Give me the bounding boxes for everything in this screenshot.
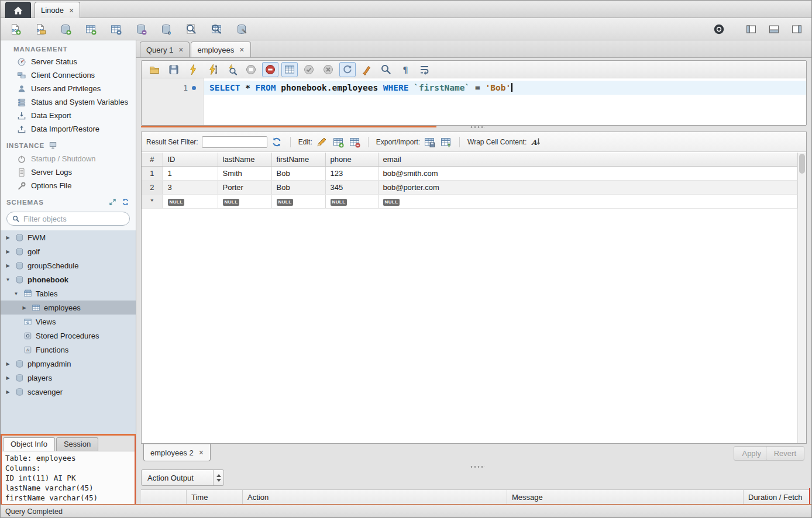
editor-tab-query-1[interactable]: Query 1× — [140, 42, 190, 57]
insert-row-icon[interactable] — [332, 136, 344, 148]
tree-arrow-icon[interactable]: ▼ — [4, 277, 12, 282]
sidebar-item-startup-shutdown[interactable]: Startup / Shutdown — [1, 152, 136, 165]
invisibles-button[interactable]: ¶ — [397, 62, 414, 77]
save-button[interactable] — [166, 62, 182, 77]
commit-button[interactable] — [301, 62, 317, 77]
table-cell[interactable]: bob@porter.com — [378, 180, 797, 194]
stepper-icon[interactable] — [213, 470, 223, 485]
close-icon[interactable]: × — [199, 448, 204, 457]
column-header-phone[interactable]: phone — [325, 153, 378, 166]
connection-tab[interactable]: Linode × — [35, 2, 80, 18]
tree-arrow-icon[interactable]: ▶ — [4, 235, 12, 240]
table-cell[interactable]: 1 — [163, 166, 218, 180]
open-sql-script-button[interactable]: SQL — [32, 20, 49, 38]
refresh-icon[interactable] — [271, 136, 283, 148]
stop-button[interactable] — [243, 62, 259, 77]
table-cell[interactable]: Porter — [218, 180, 271, 194]
editor-results-splitter[interactable] — [141, 126, 436, 127]
table-cell[interactable]: NULL — [325, 194, 378, 208]
tree-arrow-icon[interactable]: ▼ — [12, 291, 20, 296]
rollback-button[interactable] — [320, 62, 336, 77]
table-cell[interactable]: 123 — [325, 166, 378, 180]
stop-on-error-button[interactable] — [262, 62, 278, 77]
toggle-sidebar-button[interactable] — [742, 20, 760, 38]
tree-arrow-icon[interactable]: ▶ — [4, 375, 12, 381]
tree-item-groupschedule[interactable]: ▶groupSchedule — [1, 258, 136, 272]
sidebar-item-client-connections[interactable]: Client Connections — [1, 68, 136, 82]
tree-item-players[interactable]: ▶players — [1, 371, 136, 385]
tree-item-fwm[interactable]: ▶FWM — [1, 230, 136, 244]
column-header-rownum[interactable]: # — [142, 153, 163, 166]
create-schema-button[interactable] — [57, 20, 74, 38]
home-tab[interactable] — [5, 2, 31, 18]
table-cell[interactable]: NULL — [271, 194, 325, 208]
tree-arrow-icon[interactable]: ▶ — [4, 361, 12, 367]
find-button[interactable] — [378, 62, 394, 77]
search-data-button[interactable] — [183, 20, 200, 38]
tree-item-phonebook[interactable]: ▼phonebook — [1, 272, 136, 286]
create-view-button[interactable] — [107, 20, 125, 38]
notification-button[interactable] — [710, 20, 728, 38]
tree-item-scavenger[interactable]: ▶scavenger — [1, 385, 136, 399]
column-header-lastname[interactable]: lastName — [218, 153, 271, 166]
refresh-schemas-icon[interactable] — [121, 198, 130, 206]
results-scrollbar[interactable] — [797, 153, 806, 443]
sql-code[interactable]: SELECT * FROM phonebook.employees WHERE … — [204, 81, 512, 95]
create-table-button[interactable] — [82, 20, 99, 38]
table-cell[interactable]: Smith — [218, 166, 271, 180]
results-grid[interactable]: #IDlastNamefirstNamephoneemail11SmithBob… — [142, 153, 797, 443]
wrap-text-button[interactable] — [417, 62, 433, 77]
tree-arrow-icon[interactable]: ▶ — [4, 263, 12, 268]
table-cell[interactable]: Bob — [271, 180, 325, 194]
table-cell[interactable]: Bob — [271, 166, 325, 180]
import-records-icon[interactable] — [440, 136, 452, 148]
apply-button[interactable]: Apply — [734, 446, 769, 461]
tree-item-stored-procedures[interactable]: Stored Procedures — [1, 329, 136, 343]
sidebar-item-data-import-restore[interactable]: Data Import/Restore — [1, 122, 136, 136]
execute-current-button[interactable] — [204, 62, 221, 77]
sidebar-item-users-and-privileges[interactable]: Users and Privileges — [1, 82, 136, 95]
export-recordset-icon[interactable] — [424, 136, 435, 148]
table-row[interactable]: *NULLNULLNULLNULLNULL — [142, 194, 797, 208]
execute-button[interactable] — [185, 62, 201, 77]
expand-schemas-icon[interactable] — [108, 198, 117, 206]
table-cell[interactable]: NULL — [163, 194, 218, 208]
sidebar-item-server-status[interactable]: Server Status — [1, 55, 136, 68]
database-admin-button[interactable] — [233, 20, 250, 38]
tree-arrow-icon[interactable]: ▶ — [4, 389, 12, 395]
splitter-handle[interactable] — [470, 465, 485, 468]
table-cell[interactable]: bob@smith.com — [378, 166, 797, 180]
explain-button[interactable] — [223, 62, 240, 77]
splitter-handle[interactable] — [470, 126, 485, 129]
new-sql-tab-button[interactable]: SQL — [6, 20, 24, 38]
info-tab-session[interactable]: Session — [56, 437, 98, 451]
edit-record-icon[interactable] — [316, 136, 328, 148]
tree-item-employees[interactable]: ▶employees — [1, 301, 136, 315]
close-icon[interactable]: × — [178, 46, 183, 54]
sidebar-item-status-and-system-variables[interactable]: Status and System Variables — [1, 95, 136, 109]
tree-arrow-icon[interactable]: ▶ — [20, 305, 28, 310]
create-procedure-button[interactable] — [132, 20, 150, 38]
column-header-email[interactable]: email — [378, 153, 797, 166]
output-selector[interactable]: Action Output — [141, 469, 224, 486]
table-row[interactable]: 11SmithBob123bob@smith.com — [142, 166, 797, 180]
open-file-button[interactable] — [146, 62, 163, 77]
table-cell[interactable]: 3 — [163, 180, 218, 194]
table-cell[interactable]: 345 — [325, 180, 378, 194]
scrollbar-thumb[interactable] — [799, 154, 805, 174]
tree-item-phpmyadmin[interactable]: ▶phpmyadmin — [1, 357, 136, 371]
column-header-firstname[interactable]: firstName — [271, 153, 325, 166]
toggle-secondary-sidebar-button[interactable] — [788, 20, 806, 38]
result-filter-input[interactable] — [202, 136, 267, 148]
toggle-output-panel-button[interactable] — [765, 20, 783, 38]
info-tab-object-info[interactable]: Object Info — [3, 437, 55, 451]
sidebar-item-data-export[interactable]: Data Export — [1, 109, 136, 122]
sidebar-item-options-file[interactable]: Options File — [1, 179, 136, 192]
table-cell[interactable]: NULL — [378, 194, 797, 208]
editor-body[interactable]: 1 SELECT * FROM phonebook.employees WHER… — [142, 78, 806, 125]
beautify-button[interactable] — [359, 62, 375, 77]
table-row[interactable]: 23PorterBob345bob@porter.com — [142, 180, 797, 194]
tree-arrow-icon[interactable]: ▶ — [4, 249, 12, 254]
editor-tab-employees[interactable]: employees× — [191, 42, 250, 57]
close-icon[interactable]: × — [239, 46, 244, 54]
